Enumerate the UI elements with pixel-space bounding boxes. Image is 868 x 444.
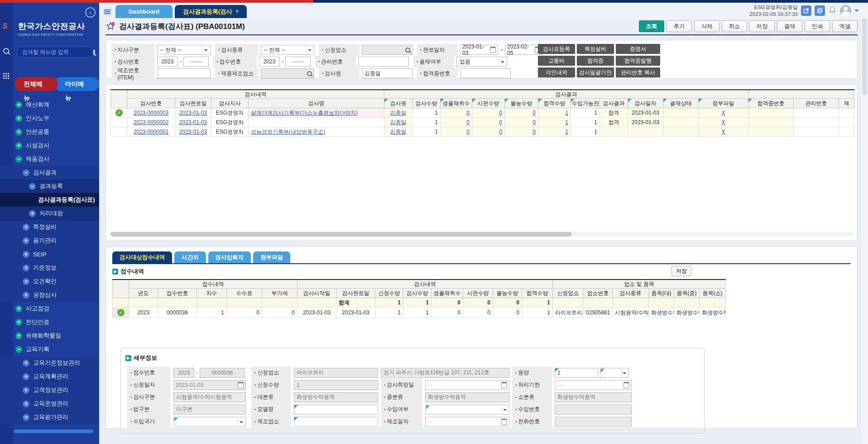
column-header-mgmtno[interactable]: 관리번호 — [794, 99, 839, 108]
rail-search-icon[interactable] — [3, 48, 9, 55]
product-maker-search-icon[interactable] — [307, 71, 312, 76]
detail-category2-input[interactable] — [425, 392, 509, 402]
notifications-bell-icon[interactable] — [828, 6, 837, 16]
menu-search-input[interactable] — [21, 48, 93, 56]
open-popup-icon[interactable] — [815, 5, 825, 16]
sidebar-item[interactable]: −교육기획 — [0, 343, 99, 356]
column-header-year[interactable]: 년도 — [129, 289, 158, 298]
receipt-no-seq-input[interactable] — [285, 57, 311, 67]
sidebar-item[interactable]: +기준정보 — [0, 261, 99, 275]
column-header-fail[interactable]: 불능수량 — [493, 289, 522, 298]
expand-plus-icon[interactable]: + — [23, 251, 29, 258]
search-button[interactable]: 조회 — [639, 20, 664, 32]
column-header-branch[interactable]: 검사지사 — [211, 99, 249, 108]
tab-witness[interactable]: 검사입회자 — [208, 251, 251, 263]
sidebar-item[interactable]: +인사노무 — [0, 111, 99, 125]
pass-cert-issue-button[interactable]: 합격증발행 — [616, 56, 660, 66]
inspection-type-select[interactable]: -- 전체 -- — [261, 45, 314, 55]
all-menu-tab[interactable]: 전체메뉴 — [14, 77, 58, 91]
detail-import-country-select[interactable] — [173, 417, 246, 427]
user-avatar[interactable] — [840, 5, 851, 16]
column-header-shop[interactable]: 신청업소 — [553, 289, 584, 298]
detail-import-no-input[interactable] — [555, 405, 632, 415]
column-header-je[interactable]: 제 — [839, 99, 854, 108]
inspector-input[interactable] — [362, 68, 412, 78]
sidebar-item[interactable]: +요건확인 — [0, 275, 99, 288]
sidebar-item[interactable]: 검사결과등록(검사표) — [0, 193, 99, 207]
column-header-sample[interactable]: 샘플채취수 — [441, 99, 472, 108]
link-fail[interactable]: 0 — [532, 119, 536, 125]
collapse-minus-icon[interactable]: − — [23, 169, 29, 176]
column-header-attach[interactable]: 첨부파일 — [699, 99, 748, 108]
column-header-item3[interactable]: 품목(소) — [700, 289, 726, 298]
column-header-vat[interactable]: 부가세 — [262, 289, 297, 298]
column-header-approval[interactable]: 결재상태 — [663, 99, 699, 108]
calendar-icon[interactable] — [238, 382, 244, 388]
link-num[interactable]: 2023-0000002 — [134, 119, 168, 125]
expand-plus-icon[interactable]: + — [23, 414, 29, 421]
approval-status-select[interactable]: 없음 — [456, 57, 507, 67]
row-selector-cell[interactable] — [111, 127, 127, 137]
sidebar-item[interactable]: +안전공통 — [0, 125, 99, 139]
approve-button[interactable]: 결재 — [777, 20, 802, 32]
expand-plus-icon[interactable]: + — [15, 305, 22, 312]
column-header-date[interactable]: 검사완료일 — [175, 99, 211, 108]
sidebar-item[interactable]: +교육기준정보관리 — [0, 356, 99, 370]
tab-inspection-result[interactable]: 검사결과등록(검사 × — [175, 5, 247, 18]
detail-phone-input[interactable] — [555, 417, 632, 427]
expand-plus-icon[interactable]: + — [15, 115, 22, 122]
column-header-specimen[interactable]: 시편수량 — [463, 289, 493, 298]
link-attach[interactable]: X — [722, 119, 725, 125]
column-header-reqqty[interactable]: 신청수량 — [375, 289, 403, 298]
sidebar-item[interactable]: +시설검사 — [0, 139, 99, 152]
my-menu-tab[interactable]: 마이메뉴 — [54, 77, 100, 91]
calendar-icon[interactable] — [490, 47, 496, 53]
table-row[interactable]: ✓202300000361002023-01-032023-01-0311000… — [113, 308, 726, 318]
column-header-sdate[interactable]: 검사시작일 — [297, 289, 336, 298]
sidebar-item[interactable]: +공장심사 — [0, 288, 99, 302]
column-header-certno[interactable]: 합격증번호 — [748, 99, 794, 108]
detail-hope-date[interactable]: - - — [425, 380, 509, 390]
cert-no-input[interactable] — [460, 68, 511, 78]
tab-overtime[interactable]: 시간외 — [174, 251, 206, 263]
column-header-pass[interactable]: 합격수량 — [522, 289, 553, 298]
detail-import-yn-select[interactable] — [425, 405, 509, 415]
detail-receipt-no-input[interactable] — [200, 368, 245, 378]
delete-button[interactable]: 삭제 — [694, 20, 719, 32]
tab-menu-hamburger-icon[interactable] — [102, 6, 113, 17]
page-scrollbar-thumb[interactable] — [862, 18, 867, 95]
column-header-qty[interactable]: 검사수량 — [412, 99, 441, 108]
cancel-button[interactable]: 취소 — [722, 20, 747, 32]
detail-law-type-input[interactable] — [173, 405, 246, 415]
sidebar-item[interactable]: +고객정보관리 — [0, 383, 99, 397]
column-header-idate[interactable]: 검사일자 — [628, 99, 663, 108]
detail-category1-input[interactable] — [294, 392, 378, 402]
collapse-minus-icon[interactable]: − — [29, 183, 36, 190]
expand-plus-icon[interactable]: + — [23, 224, 29, 231]
inspection-no-year-input[interactable] — [157, 57, 178, 67]
column-header-name[interactable]: 검사명 — [249, 99, 384, 108]
expand-plus-icon[interactable]: + — [15, 333, 22, 339]
column-header-specimen[interactable]: 시편수량 — [472, 99, 505, 108]
column-header-item1[interactable]: 품목(대) — [649, 289, 674, 298]
sidebar-item[interactable]: +사고점검 — [0, 302, 99, 315]
collapse-minus-icon[interactable]: − — [15, 346, 22, 353]
expand-plus-icon[interactable]: + — [23, 360, 29, 367]
pass-cert-button[interactable]: 합격증 — [577, 56, 614, 66]
detail-category3-input[interactable] — [555, 392, 632, 402]
detail-shop-address-input[interactable] — [381, 368, 509, 378]
link-num[interactable]: 2023-0000001 — [134, 129, 168, 135]
link-specimen[interactable]: 0 — [499, 119, 502, 125]
expand-plus-icon[interactable]: + — [23, 265, 29, 271]
mgmt-no-input[interactable] — [358, 57, 409, 67]
tab-inspection-receipt[interactable]: 검사대상접수내역 — [112, 251, 172, 263]
detail-shop-input[interactable] — [294, 368, 378, 378]
user-menu-chevron-down-icon[interactable] — [854, 10, 859, 14]
detail-request-qty-input[interactable] — [294, 380, 378, 390]
sidebar-item[interactable]: −제품검사 — [0, 152, 99, 166]
sidebar-item[interactable]: +용기관리 — [0, 234, 99, 247]
column-header-rcptno[interactable]: 접수번호 — [158, 289, 197, 298]
sidebar-item[interactable]: −검사결과 — [0, 166, 99, 179]
link-date[interactable]: 2023-01-03 — [179, 129, 207, 135]
sidebar-horizontal-scrollbar[interactable] — [14, 430, 93, 433]
